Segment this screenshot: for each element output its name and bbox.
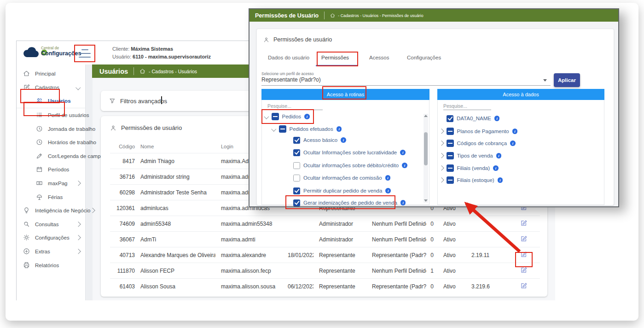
tab-permissoes[interactable]: Permissões xyxy=(321,52,349,63)
content-scrollbar[interactable] xyxy=(85,64,93,300)
sidebar-item-ferias[interactable]: Férias xyxy=(17,190,85,204)
info-icon[interactable]: i xyxy=(337,126,342,132)
chevron-right-icon[interactable] xyxy=(439,153,444,158)
tree-item-gerar-indenizacoes-de-pedido-de-venda[interactable]: Gerar indenizações de pedido de vendai xyxy=(293,198,406,208)
table-row[interactable]: 40713Alexandre Marques de Oliveiramaxima… xyxy=(110,247,540,263)
checkbox-indeterminate[interactable] xyxy=(447,128,454,135)
tree-item-tipos-de-venda[interactable]: Tipos de vendai xyxy=(440,151,501,161)
checkbox-indeterminate[interactable] xyxy=(279,125,286,133)
sidebar-item-jornada-de-trabalho[interactable]: Jornada de trabalho xyxy=(17,122,85,135)
checkbox-indeterminate[interactable] xyxy=(447,152,454,159)
caret-down-icon[interactable] xyxy=(543,79,547,82)
tree-item-ocultar-informacoes-sobre-debito-credito[interactable]: Ocultar informações sobre débito/crédito… xyxy=(293,160,407,170)
tree-item-pedidos[interactable]: Pedidosi xyxy=(265,111,310,122)
info-icon[interactable]: i xyxy=(304,114,310,119)
cell-nome: Administrador Teste Senha xyxy=(135,189,215,196)
list-icon xyxy=(36,111,43,118)
chevron-down-icon[interactable] xyxy=(264,114,269,119)
sidebar-item-cadastros[interactable]: Cadastros xyxy=(17,81,85,94)
cell-perfil: Representante (Padr?o) xyxy=(366,283,426,290)
info-icon[interactable]: i xyxy=(494,116,500,121)
home-icon[interactable] xyxy=(330,13,335,18)
info-icon[interactable]: i xyxy=(510,141,516,146)
sidebar-item-maxpag[interactable]: maxPag xyxy=(17,176,85,190)
info-icon[interactable]: i xyxy=(341,137,346,143)
tree-item-acesso-basico[interactable]: Acesso básicoi xyxy=(293,135,346,145)
checkbox-indeterminate[interactable] xyxy=(447,140,454,147)
chevron-right-icon[interactable] xyxy=(439,178,444,183)
sidebar-item-horarios-de-trabalho[interactable]: Horários de trabalho xyxy=(17,135,85,149)
sidebar-item-perfil-de-usuarios[interactable]: Perfil de usuários xyxy=(17,108,85,122)
sidebar-item-cor-legenda-de-campos[interactable]: Cor/Legenda de campos xyxy=(17,149,85,163)
tab-acessos[interactable]: Acessos xyxy=(369,52,389,63)
home-icon[interactable] xyxy=(139,68,145,74)
sidebar-item-consultas[interactable]: Consultas xyxy=(17,217,85,231)
chevron-down-icon[interactable] xyxy=(271,127,276,132)
tree-item-data0-name[interactable]: DATA0_NAMEi xyxy=(447,113,499,123)
info-icon[interactable]: i xyxy=(385,175,391,181)
tree-scrollbar[interactable] xyxy=(424,114,428,203)
scroll-thumb[interactable] xyxy=(424,132,428,165)
table-row[interactable]: 36067AdmTimaxima.admtiAdministradorNenhu… xyxy=(110,231,540,247)
sidebar-item-relatorios[interactable]: Relatórios xyxy=(17,258,85,272)
data-panel: Acesso à dados DATA0_NAMEiPlanos de Paga… xyxy=(437,89,604,205)
hamburger-menu-icon[interactable] xyxy=(79,48,91,59)
checkbox-checked[interactable] xyxy=(293,149,300,156)
chevron-right-icon[interactable] xyxy=(439,129,444,134)
sidebar-item-configuracoes[interactable]: Configurações xyxy=(17,231,85,245)
profile-select[interactable]: Representante (Padr?o) xyxy=(261,76,321,83)
data-search-input[interactable] xyxy=(443,102,491,110)
tree-item-filiais-estoque[interactable]: Filiais (estoque)i xyxy=(440,175,503,185)
edit-user-button[interactable] xyxy=(520,282,528,290)
data-tree: DATA0_NAMEiPlanos de PagamentoiCódigos d… xyxy=(437,100,604,205)
table-row[interactable]: 74609admin55348maxima.admin55348Administ… xyxy=(110,216,540,231)
info-icon[interactable]: i xyxy=(400,200,406,205)
edit-user-button[interactable] xyxy=(520,219,528,227)
routines-search-input[interactable] xyxy=(267,102,323,110)
checkbox-unchecked[interactable] xyxy=(293,162,300,169)
tree-item-pedidos-efetuados[interactable]: Pedidos efetuadosi xyxy=(272,124,342,134)
info-icon[interactable]: i xyxy=(400,150,406,155)
table-row[interactable]: 111870Alisson FECPmaxima.alisson.fecpRep… xyxy=(110,263,540,278)
info-icon[interactable]: i xyxy=(512,129,518,134)
edit-user-button[interactable] xyxy=(520,266,528,274)
tree-item-filiais-venda[interactable]: Filiais (venda)i xyxy=(440,163,499,173)
tree-item-codigos-de-cobranca[interactable]: Códigos de cobrançai xyxy=(440,138,516,148)
sidebar-item-extras[interactable]: Extras xyxy=(17,245,85,258)
tree-item-planos-de-pagamento[interactable]: Planos de Pagamentoi xyxy=(440,126,517,136)
scroll-down-icon[interactable] xyxy=(424,199,428,202)
chevron-right-icon[interactable] xyxy=(439,166,444,171)
info-icon[interactable]: i xyxy=(498,177,503,183)
table-row[interactable]: 61403Alisson Sousamaxima.alisson.sousa06… xyxy=(110,278,540,294)
info-icon[interactable]: i xyxy=(496,153,502,158)
tab-dados-do-usuario[interactable]: Dados do usuário xyxy=(268,52,309,63)
apply-button[interactable]: Aplicar xyxy=(554,73,580,87)
checkbox-checked[interactable] xyxy=(447,115,453,122)
tree-item-ocultar-informacoes-sobre-lucratividade[interactable]: Ocultar Informações sobre lucratividadei xyxy=(293,147,406,158)
info-icon[interactable]: i xyxy=(402,163,407,168)
cell-qtd: 0 xyxy=(426,252,434,258)
cell-status: Ativo xyxy=(434,283,466,290)
info-icon[interactable]: i xyxy=(493,165,499,171)
tree-item-ocultar-informacoes-de-comissao[interactable]: Ocultar informações de comissãoi xyxy=(293,173,390,183)
checkbox-indeterminate[interactable] xyxy=(447,164,454,172)
sidebar-item-inteligencia-de-negocio[interactable]: Inteligência de Negócio xyxy=(17,204,85,217)
chevron-right-icon[interactable] xyxy=(439,141,444,146)
edit-user-button[interactable] xyxy=(520,251,528,258)
checkbox-checked[interactable] xyxy=(293,137,300,144)
checkbox-indeterminate[interactable] xyxy=(272,113,279,120)
checkbox-indeterminate[interactable] xyxy=(447,176,454,184)
tree-item-label: Códigos de cobrança xyxy=(457,141,507,146)
tree-item-permitir-duplicar-pedido-de-venda[interactable]: Permitir duplicar pedido de vendai xyxy=(293,186,391,196)
info-icon[interactable]: i xyxy=(385,188,391,193)
sidebar-item-usuarios[interactable]: Usuários xyxy=(17,94,85,108)
edit-user-button[interactable] xyxy=(520,235,528,243)
sidebar-item-principal[interactable]: Principal xyxy=(17,67,85,81)
checkbox-checked[interactable] xyxy=(293,199,300,206)
scroll-up-icon[interactable] xyxy=(424,115,428,117)
sidebar-item-periodos[interactable]: Períodos xyxy=(17,163,85,176)
checkbox-unchecked[interactable] xyxy=(293,175,300,182)
tab-configuracoes[interactable]: Configurações xyxy=(407,52,441,63)
checkbox-checked[interactable] xyxy=(293,187,300,194)
tree-item-label: Filiais (venda) xyxy=(457,165,490,171)
